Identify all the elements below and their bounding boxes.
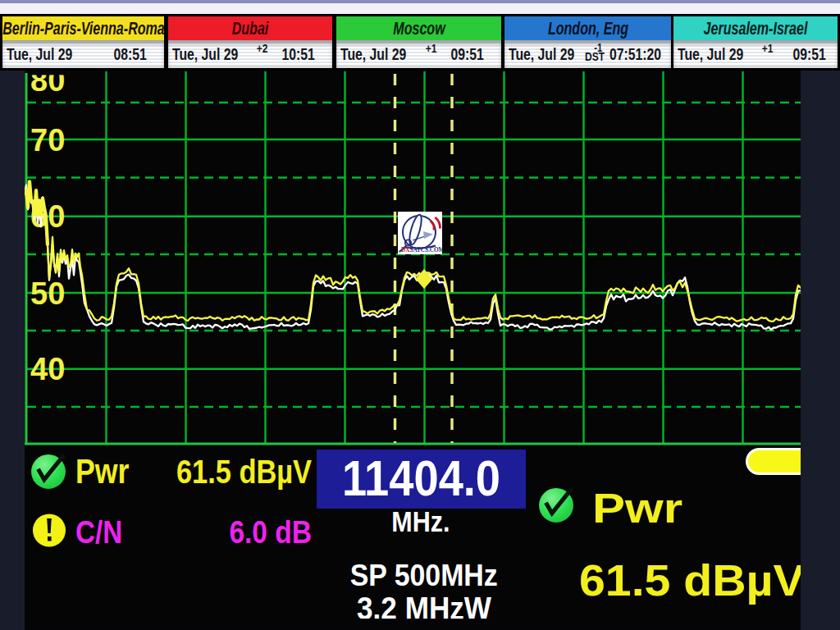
svg-text:40: 40 [30, 352, 65, 386]
svg-text:70: 70 [30, 123, 65, 158]
svg-text:50: 50 [30, 276, 65, 311]
svg-text:DXSATCS.COM: DXSATCS.COM [401, 247, 445, 253]
